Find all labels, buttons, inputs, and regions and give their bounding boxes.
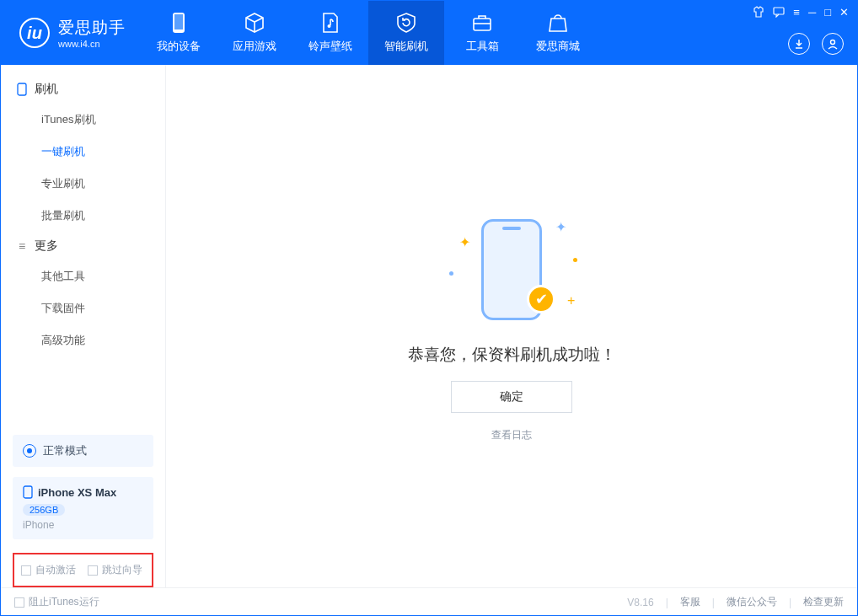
group-label: 更多 (35, 238, 58, 254)
sidebar-item-onekey-flash[interactable]: 一键刷机 (1, 136, 165, 168)
mode-label: 正常模式 (43, 443, 87, 458)
mode-indicator-icon (23, 444, 36, 458)
version-label: V8.16 (627, 597, 653, 608)
svg-point-5 (831, 40, 835, 45)
checkbox-label: 阻止iTunes运行 (29, 595, 99, 609)
group-label: 刷机 (35, 82, 58, 97)
shield-refresh-icon (395, 12, 417, 34)
svg-point-2 (328, 24, 331, 28)
spark-icon: ✦ (459, 234, 466, 241)
wechat-link[interactable]: 微信公众号 (727, 595, 777, 609)
checkbox-icon (14, 597, 24, 608)
nav-label: 智能刷机 (384, 39, 428, 54)
nav-label: 铃声壁纸 (308, 39, 352, 54)
nav-store[interactable]: 爱思商城 (520, 1, 596, 65)
checkbox-skip-guide[interactable]: 跳过向导 (88, 563, 142, 577)
bag-icon (547, 12, 569, 34)
minimize-icon[interactable]: ─ (808, 6, 816, 19)
sidebar: 刷机 iTunes刷机 一键刷机 专业刷机 批量刷机 ≡ 更多 其他工具 下载固… (1, 65, 166, 587)
device-name: iPhone XS Max (38, 486, 116, 499)
device-card[interactable]: iPhone XS Max 256GB iPhone (13, 477, 153, 539)
success-message: 恭喜您，保资料刷机成功啦！ (408, 344, 616, 366)
svg-rect-6 (18, 83, 26, 95)
app-logo[interactable]: iu 爱思助手 www.i4.cn (1, 1, 141, 65)
highlighted-options: 自动激活 跳过向导 (13, 553, 153, 587)
sidebar-item-pro-flash[interactable]: 专业刷机 (1, 168, 165, 200)
sidebar-item-advanced[interactable]: 高级功能 (1, 324, 165, 356)
checkbox-block-itunes[interactable]: 阻止iTunes运行 (14, 595, 99, 609)
checkbox-label: 跳过向导 (102, 563, 142, 577)
header-right-actions (788, 33, 844, 55)
ok-button[interactable]: 确定 (451, 381, 572, 413)
sidebar-item-batch-flash[interactable]: 批量刷机 (1, 200, 165, 232)
toolbox-icon (471, 12, 493, 34)
success-illustration: ✔ ✦ ✦ + (444, 211, 579, 329)
logo-icon: iu (19, 18, 50, 48)
nav-label: 爱思商城 (536, 39, 580, 54)
cube-icon (244, 12, 265, 34)
music-file-icon (319, 12, 341, 34)
close-icon[interactable]: ✕ (839, 6, 849, 19)
phone-small-icon (23, 485, 33, 499)
nav-ring-wall[interactable]: 铃声壁纸 (292, 1, 368, 65)
check-update-link[interactable]: 检查更新 (803, 595, 844, 609)
nav-apps-games[interactable]: 应用游戏 (217, 1, 292, 65)
menu-icon[interactable]: ≡ (793, 6, 800, 19)
checkbox-label: 自动激活 (35, 563, 76, 577)
status-bar: 阻止iTunes运行 V8.16 | 客服 | 微信公众号 | 检查更新 (1, 587, 857, 616)
app-header: iu 爱思助手 www.i4.cn 我的设备 应用游戏 铃声壁纸 智能刷机 工具… (1, 1, 857, 65)
device-icon (16, 83, 28, 95)
phone-icon (168, 12, 190, 34)
device-capacity: 256GB (23, 504, 65, 516)
sidebar-item-download-fw[interactable]: 下载固件 (1, 292, 165, 324)
sidebar-item-itunes-flash[interactable]: iTunes刷机 (1, 104, 165, 136)
maximize-icon[interactable]: □ (824, 6, 831, 19)
nav-toolbox[interactable]: 工具箱 (444, 1, 520, 65)
checkbox-auto-activate[interactable]: 自动激活 (21, 563, 76, 577)
nav-label: 我的设备 (157, 39, 201, 54)
user-icon[interactable] (822, 33, 844, 55)
logo-text: 爱思助手 www.i4.cn (58, 17, 126, 49)
nav-my-device[interactable]: 我的设备 (141, 1, 217, 65)
svg-rect-3 (474, 19, 491, 30)
app-url: www.i4.cn (58, 39, 126, 49)
dot-icon (573, 258, 577, 262)
window-controls: ≡ ─ □ ✕ (753, 6, 849, 19)
svg-rect-1 (174, 14, 183, 29)
sidebar-group-flash: 刷机 (1, 75, 165, 104)
support-link[interactable]: 客服 (680, 595, 700, 609)
view-log-link[interactable]: 查看日志 (491, 428, 532, 442)
feedback-icon[interactable] (773, 6, 785, 19)
spark-icon: + (567, 293, 574, 300)
sidebar-group-more: ≡ 更多 (1, 232, 165, 260)
check-badge-icon: ✔ (527, 285, 555, 313)
nav-smart-flash[interactable]: 智能刷机 (368, 1, 444, 65)
checkbox-icon (88, 565, 98, 576)
svg-rect-7 (24, 486, 32, 498)
list-icon: ≡ (16, 240, 28, 252)
device-mode-card[interactable]: 正常模式 (13, 435, 153, 467)
dot-icon (449, 271, 453, 276)
device-type: iPhone (23, 519, 143, 531)
main-panel: ✔ ✦ ✦ + 恭喜您，保资料刷机成功啦！ 确定 查看日志 (166, 65, 857, 587)
checkbox-icon (21, 565, 31, 576)
download-icon[interactable] (788, 33, 810, 55)
nav-label: 应用游戏 (233, 39, 276, 54)
svg-rect-4 (774, 8, 784, 14)
skin-icon[interactable] (753, 6, 764, 19)
spark-icon: ✦ (555, 219, 562, 226)
top-nav: 我的设备 应用游戏 铃声壁纸 智能刷机 工具箱 爱思商城 (141, 1, 596, 65)
nav-label: 工具箱 (466, 39, 499, 54)
sidebar-item-other-tools[interactable]: 其他工具 (1, 260, 165, 292)
app-name: 爱思助手 (58, 17, 126, 39)
app-body: 刷机 iTunes刷机 一键刷机 专业刷机 批量刷机 ≡ 更多 其他工具 下载固… (1, 65, 857, 587)
